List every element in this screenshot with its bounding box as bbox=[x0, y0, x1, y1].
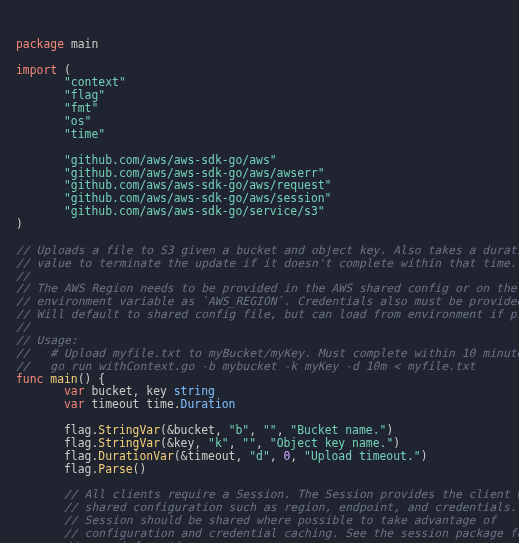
code-editor: package main import ( "context" "flag" "… bbox=[16, 38, 503, 543]
keyword-func: func bbox=[16, 372, 43, 386]
import-path: "github.com/aws/aws-sdk-go/service/s3" bbox=[64, 204, 325, 218]
comment-line: // Will default to shared config file, b… bbox=[16, 307, 519, 321]
keyword-var: var bbox=[64, 397, 85, 411]
keyword-import: import bbox=[16, 63, 57, 77]
comment-line: // more information. bbox=[64, 539, 201, 543]
package-name: main bbox=[71, 37, 98, 51]
import-path: "time" bbox=[64, 127, 105, 141]
comment-line: // value to terminate the update if it d… bbox=[16, 256, 517, 270]
keyword-package: package bbox=[16, 37, 64, 51]
